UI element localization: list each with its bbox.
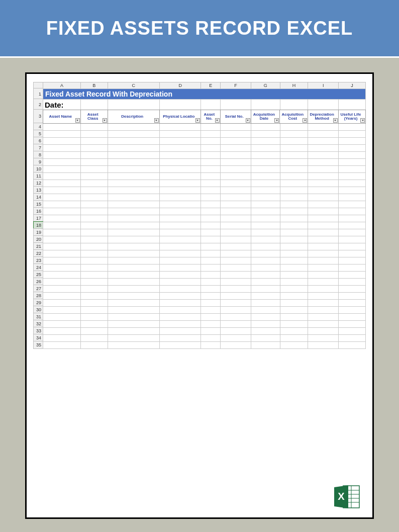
cell[interactable] bbox=[43, 123, 81, 131]
cell[interactable] bbox=[159, 201, 201, 208]
cell[interactable] bbox=[201, 278, 221, 286]
cell-e2[interactable] bbox=[201, 99, 221, 110]
cell[interactable] bbox=[108, 243, 160, 250]
cell[interactable] bbox=[308, 130, 339, 138]
column-header-c[interactable]: C bbox=[108, 82, 160, 89]
cell[interactable] bbox=[280, 250, 309, 257]
cell[interactable] bbox=[159, 292, 201, 300]
cell[interactable] bbox=[108, 137, 160, 145]
cell[interactable] bbox=[43, 236, 81, 243]
cell[interactable] bbox=[280, 257, 309, 264]
cell[interactable] bbox=[43, 208, 81, 215]
cell[interactable] bbox=[280, 144, 309, 152]
cell[interactable] bbox=[308, 306, 339, 314]
cell[interactable] bbox=[338, 187, 366, 194]
cell[interactable] bbox=[159, 172, 201, 180]
cell[interactable] bbox=[280, 201, 309, 208]
cell[interactable] bbox=[201, 250, 221, 257]
cell[interactable] bbox=[280, 165, 309, 173]
cell[interactable] bbox=[280, 236, 309, 243]
cell[interactable] bbox=[280, 271, 309, 279]
cell[interactable] bbox=[108, 264, 160, 272]
cell[interactable] bbox=[251, 264, 280, 272]
cell[interactable] bbox=[220, 236, 251, 243]
cell[interactable] bbox=[251, 215, 280, 222]
cell[interactable] bbox=[108, 257, 160, 264]
header-acquisition-date[interactable]: Acquisition Date bbox=[251, 110, 280, 124]
cell[interactable] bbox=[338, 313, 366, 321]
cell[interactable] bbox=[108, 144, 160, 152]
cell[interactable] bbox=[220, 278, 251, 286]
cell[interactable] bbox=[43, 278, 81, 286]
cell[interactable] bbox=[220, 306, 251, 314]
cell[interactable] bbox=[108, 194, 160, 201]
cell[interactable] bbox=[201, 327, 221, 335]
cell[interactable] bbox=[338, 285, 366, 293]
cell[interactable] bbox=[280, 137, 309, 145]
column-header-d[interactable]: D bbox=[159, 82, 201, 89]
cell[interactable] bbox=[159, 278, 201, 286]
cell[interactable] bbox=[108, 215, 160, 222]
cell[interactable] bbox=[220, 123, 251, 131]
cell[interactable] bbox=[108, 229, 160, 236]
cell[interactable] bbox=[251, 201, 280, 208]
cell[interactable] bbox=[43, 201, 81, 208]
cell[interactable] bbox=[80, 208, 108, 215]
cell[interactable] bbox=[43, 144, 81, 152]
filter-button[interactable] bbox=[75, 118, 80, 123]
cell[interactable] bbox=[280, 278, 309, 286]
header-asset-name[interactable]: Asset Name bbox=[43, 110, 81, 124]
cell[interactable] bbox=[159, 137, 201, 145]
cell[interactable] bbox=[43, 334, 81, 342]
column-header-a[interactable]: A bbox=[43, 82, 81, 89]
cell[interactable] bbox=[338, 306, 366, 314]
cell[interactable] bbox=[251, 236, 280, 243]
cell[interactable] bbox=[308, 292, 339, 300]
cell[interactable] bbox=[159, 264, 201, 272]
cell[interactable] bbox=[280, 306, 309, 314]
cell[interactable] bbox=[80, 194, 108, 201]
cell[interactable] bbox=[201, 144, 221, 152]
cell[interactable] bbox=[43, 341, 81, 349]
cell-f2[interactable] bbox=[220, 99, 251, 110]
cell[interactable] bbox=[220, 215, 251, 222]
cell[interactable] bbox=[308, 236, 339, 243]
cell[interactable] bbox=[80, 201, 108, 208]
cell[interactable] bbox=[338, 250, 366, 257]
cell[interactable] bbox=[159, 144, 201, 152]
cell[interactable] bbox=[220, 187, 251, 194]
cell[interactable] bbox=[108, 165, 160, 173]
cell[interactable] bbox=[338, 151, 366, 159]
cell[interactable] bbox=[43, 264, 81, 272]
cell[interactable] bbox=[280, 215, 309, 222]
cell[interactable] bbox=[201, 201, 221, 208]
row-header-1[interactable]: 1 bbox=[33, 88, 43, 100]
cell[interactable] bbox=[308, 222, 339, 229]
cell[interactable] bbox=[159, 151, 201, 159]
cell[interactable] bbox=[338, 236, 366, 243]
cell[interactable] bbox=[338, 334, 366, 342]
cell[interactable] bbox=[251, 158, 280, 166]
cell[interactable] bbox=[43, 151, 81, 159]
header-physical-location[interactable]: Physical Locatio bbox=[159, 110, 201, 124]
cell[interactable] bbox=[201, 264, 221, 272]
cell-i2[interactable] bbox=[308, 99, 339, 110]
cell[interactable] bbox=[108, 208, 160, 215]
cell[interactable] bbox=[280, 299, 309, 307]
cell[interactable] bbox=[159, 180, 201, 187]
filter-button[interactable] bbox=[154, 118, 159, 123]
cell[interactable] bbox=[251, 123, 280, 131]
cell[interactable] bbox=[43, 285, 81, 293]
cell[interactable] bbox=[338, 158, 366, 166]
cell[interactable] bbox=[338, 257, 366, 264]
cell[interactable] bbox=[338, 144, 366, 152]
cell[interactable] bbox=[338, 320, 366, 328]
cell[interactable] bbox=[280, 334, 309, 342]
cell[interactable] bbox=[251, 292, 280, 300]
cell[interactable] bbox=[43, 180, 81, 187]
cell[interactable] bbox=[251, 278, 280, 286]
cell[interactable] bbox=[280, 187, 309, 194]
cell[interactable] bbox=[159, 187, 201, 194]
cell[interactable] bbox=[280, 194, 309, 201]
cell[interactable] bbox=[280, 243, 309, 250]
